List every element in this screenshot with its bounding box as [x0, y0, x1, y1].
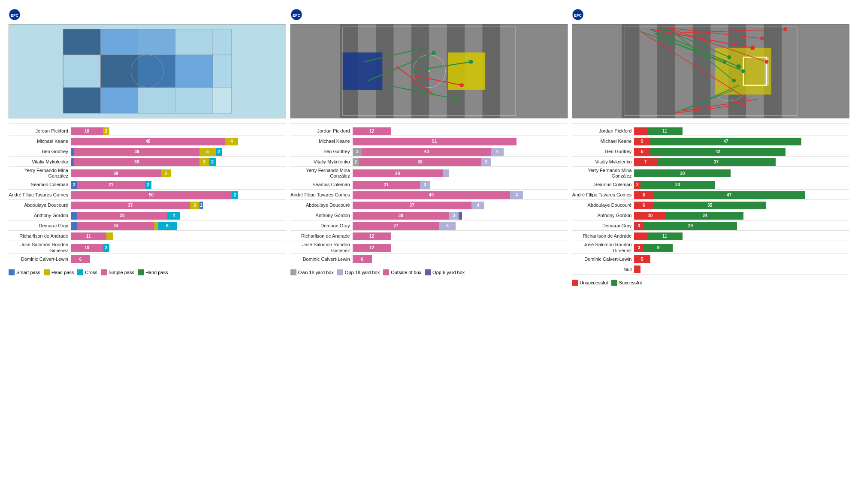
player-name: Vitaliy Mykolenko: [572, 159, 634, 165]
player-name: Jordan Pickford: [572, 128, 634, 134]
bar-segment-purple-opp18: 3: [449, 212, 459, 220]
bar-segment-pink: 24: [77, 222, 154, 230]
legend-box-opp18: [337, 269, 343, 275]
player-name: Michael Keane: [9, 139, 71, 144]
player-name: Yerry Fernando Mina González: [572, 168, 634, 179]
bar-segment-purple-opp18: 5: [439, 222, 456, 230]
svg-rect-11: [175, 55, 213, 88]
bar-segment-cyan-cross: 2: [232, 191, 238, 199]
bar-container: 1024: [634, 211, 849, 220]
bar-segment-cyan-cross: 2: [145, 181, 151, 189]
pitch-smart-passes: [290, 24, 568, 118]
bar-segment-blue-smart: [71, 158, 74, 166]
bar-container: 737: [634, 158, 849, 166]
player-row: Vitaliy Mykolenko2383: [290, 157, 568, 167]
player-name: Abdoulaye Doucouré: [290, 202, 353, 208]
svg-rect-47: [448, 52, 485, 90]
player-name: Dominic Calvert-Lewin: [9, 257, 71, 262]
bar-segment-pink: 11: [71, 232, 106, 240]
player-row: Yerry Fernando Mina González28: [290, 168, 568, 179]
svg-rect-5: [138, 29, 175, 55]
bar-container: 12: [353, 244, 568, 252]
svg-rect-67: [675, 24, 693, 118]
main-container: EFC: [0, 0, 858, 294]
bar-segment-red-unsuccess: 3: [634, 244, 644, 252]
section-title-crosses: EFC: [572, 9, 849, 21]
bar-container: 28: [353, 169, 568, 178]
bar-segment-pink-outside: 12: [353, 232, 391, 240]
bar-segment-yellow-head: 3: [199, 158, 209, 166]
player-name: André Filipe Tavares Gomes: [290, 192, 353, 198]
bar-segment-blue-smart: [71, 148, 74, 156]
bar-container: 284: [71, 211, 286, 220]
bar-container: 30: [634, 169, 849, 178]
player-name: Yerry Fernando Mina González: [9, 168, 71, 179]
bar-container: 283: [71, 169, 286, 178]
legend-label-unsuccessful: Unsuccessful: [580, 280, 607, 285]
bar-container: 102: [71, 244, 286, 252]
pass-outcome-chart: Jordan Pickford11Michael Keane547Ben God…: [572, 127, 849, 275]
player-name: Séamus Coleman: [290, 182, 353, 187]
svg-rect-38: [429, 24, 447, 118]
pass-ending-chart: Jordan Pickford12Michael Keane51Ben Godf…: [290, 127, 568, 265]
player-row: Jordan Pickford12: [290, 127, 568, 136]
svg-rect-8: [63, 55, 100, 88]
section-title-pass-zones: EFC: [9, 9, 286, 21]
bar-segment-red-unsuccess: 10: [634, 212, 666, 220]
bar-container: 2383: [353, 158, 568, 166]
bar-segment-cyan-cross: 2: [216, 148, 222, 156]
bar-container: 11: [634, 232, 849, 241]
svg-rect-17: [213, 88, 232, 113]
player-row: Abdoulaye Doucouré3731: [9, 201, 286, 210]
player-row: Abdoulaye Doucouré374: [290, 201, 568, 210]
bar-segment-pink: 48: [71, 138, 225, 145]
player-row: Richarlison de Andrade12: [290, 232, 568, 241]
legend-label-simple: Simple pass: [109, 270, 134, 275]
bar-container: 11: [634, 127, 849, 136]
svg-rect-15: [138, 88, 175, 113]
legend-simple-pass: Simple pass: [101, 269, 134, 275]
player-name: André Filipe Tavares Gomes: [9, 192, 71, 198]
svg-rect-13: [63, 88, 100, 113]
bar-segment-green-success: 30: [634, 169, 731, 177]
player-row: Ben Godfrey3952: [9, 147, 286, 157]
bar-container: 6: [353, 255, 568, 263]
svg-point-94: [732, 78, 736, 82]
legend-box-opp6: [425, 269, 431, 275]
bar-container: 5: [634, 255, 849, 263]
player-row: André Filipe Tavares Gomes494: [290, 190, 568, 200]
bar-container: 547: [634, 137, 849, 146]
player-row: Michael Keane484: [9, 137, 286, 146]
svg-rect-46: [342, 52, 382, 90]
divider-1: [9, 124, 286, 124]
bar-segment-purple-opp18: [443, 169, 449, 177]
legend-box-hand: [138, 269, 144, 275]
section-title-smart: EFC: [290, 9, 568, 21]
svg-rect-42: [500, 24, 518, 118]
bar-segment-pink-outside: 49: [353, 191, 511, 199]
player-row: Demarai Gray246: [9, 221, 286, 231]
player-row: Dominic Calvert-Lewin6: [290, 255, 568, 264]
pass-type-chart: Jordan Pickford102Michael Keane484Ben Go…: [9, 127, 286, 265]
player-name: Demarai Gray: [9, 223, 71, 229]
player-name: Richarlison de Andrade: [290, 233, 353, 239]
bar-segment-red-unsuccess: 2: [634, 181, 640, 189]
bar-segment-blue-smart: 2: [71, 181, 77, 189]
player-row: André Filipe Tavares Gomes647: [572, 190, 849, 200]
bar-container: 39: [634, 244, 849, 252]
svg-point-96: [742, 69, 746, 73]
bar-container: 102: [71, 127, 286, 136]
bar-segment-cyan-cross: 2: [209, 158, 216, 166]
player-row: André Filipe Tavares Gomes502: [9, 190, 286, 200]
bar-container: 3932: [71, 158, 286, 166]
svg-point-100: [765, 60, 769, 64]
player-row: Ben Godfrey542: [572, 147, 849, 157]
legend-head-pass: Head pass: [44, 269, 74, 275]
svg-point-98: [760, 36, 764, 40]
legend-cross: Cross: [77, 269, 97, 275]
player-name: Dominic Calvert-Lewin: [290, 257, 353, 262]
bar-segment-red-unsuccess: [634, 232, 647, 240]
svg-rect-14: [100, 88, 138, 113]
bar-container: 374: [353, 201, 568, 210]
bar-segment-blue-smart: [71, 212, 77, 220]
